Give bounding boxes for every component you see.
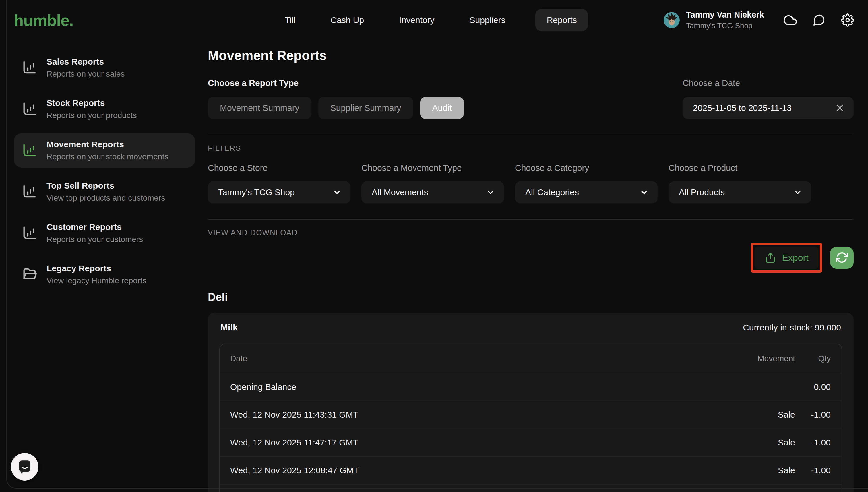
store-filter-label: Choose a Store (208, 163, 350, 173)
sidebar-item-title: Legacy Reports (47, 264, 146, 273)
sidebar-item-customer-reports[interactable]: Customer Reports Reports on your custome… (14, 216, 195, 250)
reports-sidebar: Sales Reports Reports on your sales Stoc… (0, 40, 201, 492)
product-name: Milk (220, 322, 238, 333)
table-row: Wed, 12 Nov 2025 11:43:31 GMT Sale -1.00 (220, 401, 842, 428)
chart-icon (21, 183, 38, 200)
nav-suppliers[interactable]: Suppliers (465, 9, 511, 31)
nav-cash-up[interactable]: Cash Up (325, 9, 369, 31)
chart-icon (21, 142, 38, 159)
category-dropdown-value: All Categories (525, 188, 639, 197)
cell-date: Opening Balance (230, 382, 735, 392)
cell-movement: Sale (735, 438, 795, 447)
table-header-row: Date Movement Qty (220, 344, 842, 373)
movement-type-dropdown-value: All Movements (372, 188, 486, 197)
table-row: Wed, 12 Nov 2025 11:47:17 GMT Sale -1.00 (220, 428, 842, 457)
sidebar-item-desc: Reports on your stock movements (47, 152, 169, 161)
sidebar-item-title: Sales Reports (47, 57, 125, 67)
table-row: Opening Balance 0.00 (220, 373, 842, 401)
date-range-input[interactable]: 2025-11-05 to 2025-11-13 (683, 97, 854, 119)
sidebar-item-desc: View legacy Humble reports (47, 276, 146, 285)
date-range-value: 2025-11-05 to 2025-11-13 (693, 103, 835, 113)
chevron-down-icon (793, 188, 802, 197)
chart-icon (21, 225, 38, 241)
sidebar-item-desc: Reports on your customers (47, 235, 143, 244)
user-name: Tammy Van Niekerk (686, 10, 764, 20)
product-filter-label: Choose a Product (669, 163, 811, 173)
cell-movement: Sale (735, 466, 795, 475)
avatar (664, 12, 680, 28)
filters-section-label: FILTERS (208, 144, 854, 153)
cell-date: Wed, 12 Nov 2025 11:43:31 GMT (230, 410, 735, 420)
store-dropdown-value: Tammy's TCG Shop (218, 188, 332, 197)
sidebar-item-title: Movement Reports (47, 140, 169, 149)
divider (208, 219, 854, 220)
movement-type-dropdown[interactable]: All Movements (362, 181, 504, 203)
folder-icon (21, 266, 38, 283)
x-icon[interactable] (835, 103, 845, 113)
product-dropdown-value: All Products (679, 188, 793, 197)
category-dropdown[interactable]: All Categories (515, 181, 658, 203)
product-card-milk: Milk Currently in-stock: 99.000 Date Mov… (208, 313, 854, 492)
sidebar-item-legacy-reports[interactable]: Legacy Reports View legacy Humble report… (14, 257, 195, 292)
chevron-down-icon (486, 188, 495, 197)
report-type-movement-summary-button[interactable]: Movement Summary (208, 97, 312, 119)
sidebar-item-title: Customer Reports (47, 222, 143, 232)
col-header-movement: Movement (735, 354, 795, 363)
sidebar-item-desc: View top products and customers (47, 194, 165, 203)
sidebar-item-movement-reports[interactable]: Movement Reports Reports on your stock m… (14, 133, 195, 168)
in-stock-label: Currently in-stock: 99.000 (743, 323, 841, 333)
nav-reports[interactable]: Reports (535, 9, 589, 31)
export-icon (764, 252, 776, 264)
cell-qty: -1.00 (795, 466, 831, 475)
report-type-audit-button[interactable]: Audit (420, 97, 464, 119)
table-row: Wed, 12 Nov 2025 12:08:47 GMT Sale -1.00 (220, 457, 842, 484)
report-type-segment: Movement Summary Supplier Summary Audit (208, 97, 464, 119)
user-shop: Tammy's TCG Shop (686, 21, 764, 30)
category-filter-label: Choose a Category (515, 163, 658, 173)
main-nav: Till Cash Up Inventory Suppliers Reports (279, 9, 588, 31)
chevron-down-icon (332, 188, 342, 197)
report-type-supplier-summary-button[interactable]: Supplier Summary (318, 97, 413, 119)
sidebar-item-title: Stock Reports (47, 98, 137, 108)
sidebar-item-sales-reports[interactable]: Sales Reports Reports on your sales (14, 51, 195, 85)
date-label: Choose a Date (683, 78, 854, 88)
chat-bubble-icon (17, 459, 32, 474)
export-button-label: Export (782, 253, 809, 263)
chart-icon (21, 101, 38, 117)
chat-icon[interactable] (812, 14, 825, 27)
refresh-icon (836, 251, 848, 264)
cell-qty: 0.00 (795, 382, 831, 392)
sidebar-item-stock-reports[interactable]: Stock Reports Reports on your products (14, 92, 195, 126)
product-dropdown[interactable]: All Products (669, 181, 811, 203)
page-title: Movement Reports (208, 48, 854, 63)
cell-date: Wed, 12 Nov 2025 12:08:47 GMT (230, 466, 735, 475)
nav-inventory[interactable]: Inventory (394, 9, 440, 31)
cloud-icon[interactable] (784, 14, 797, 27)
sidebar-item-desc: Reports on your products (47, 111, 137, 120)
chart-icon (21, 59, 38, 76)
refresh-button[interactable] (830, 247, 854, 269)
report-type-label: Choose a Report Type (208, 78, 464, 88)
settings-icon[interactable] (841, 14, 854, 27)
movements-table: Date Movement Qty Opening Balance 0.00 W… (219, 344, 842, 492)
cell-qty: -1.00 (795, 410, 831, 420)
category-heading: Deli (208, 291, 854, 303)
user-menu[interactable]: Tammy Van Niekerk Tammy's TCG Shop (664, 10, 764, 30)
sidebar-item-top-sell-reports[interactable]: Top Sell Reports View top products and c… (14, 174, 195, 209)
sidebar-item-desc: Reports on your sales (47, 70, 125, 79)
export-button[interactable]: Export (754, 247, 818, 269)
divider (208, 135, 854, 135)
store-dropdown[interactable]: Tammy's TCG Shop (208, 181, 350, 203)
nav-till[interactable]: Till (279, 9, 300, 31)
col-header-date: Date (230, 354, 735, 363)
cell-movement: Sale (735, 410, 795, 420)
sidebar-item-title: Top Sell Reports (47, 181, 165, 191)
cell-qty: -1.00 (795, 438, 831, 447)
top-bar: humble. Till Cash Up Inventory Suppliers… (0, 0, 868, 40)
header-right: Tammy Van Niekerk Tammy's TCG Shop (664, 10, 854, 30)
table-row: Wed, 12 Nov 2025 12:08:55 GMT Sale -1.00 (220, 484, 842, 492)
support-chat-button[interactable] (11, 453, 39, 481)
humble-logo: humble. (14, 11, 73, 29)
cell-date: Wed, 12 Nov 2025 11:47:17 GMT (230, 438, 735, 447)
view-download-section-label: VIEW AND DOWNLOAD (208, 228, 854, 237)
